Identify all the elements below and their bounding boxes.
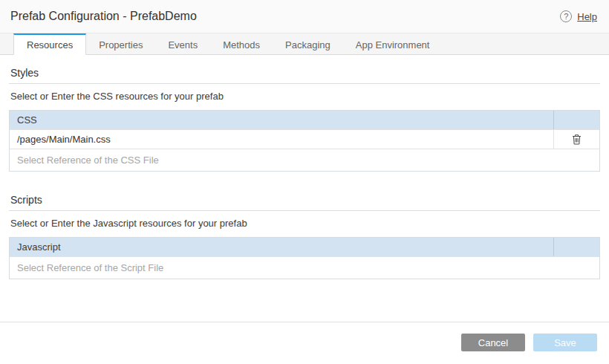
section-spacer: [9, 172, 600, 182]
tab-packaging[interactable]: Packaging: [273, 33, 343, 54]
page-title: Prefab Configuration - PrefabDemo: [10, 10, 197, 23]
scripts-section-heading: Scripts: [9, 182, 600, 211]
help-question-icon[interactable]: ?: [560, 10, 572, 22]
css-row-actions: [553, 130, 599, 149]
resources-panel: Styles Select or Enter the CSS resources…: [0, 55, 609, 279]
tab-app-environment[interactable]: App Environment: [343, 33, 443, 54]
tab-bar: Resources Properties Events Methods Pack…: [0, 33, 609, 55]
footer-divider: [0, 322, 609, 322]
help-link[interactable]: Help: [577, 11, 597, 22]
script-table-header-row: Javascript: [10, 238, 599, 256]
table-row: /pages/Main/Main.css: [10, 129, 599, 149]
footer-actions: Cancel Save: [461, 334, 597, 351]
styles-section-heading: Styles: [9, 55, 600, 84]
scripts-section-description: Select or Enter the Javascript resources…: [9, 211, 600, 237]
tab-resources[interactable]: Resources: [13, 33, 86, 55]
save-button[interactable]: Save: [533, 334, 597, 351]
cancel-button[interactable]: Cancel: [461, 334, 525, 351]
header-bar: Prefab Configuration - PrefabDemo ? Help: [0, 0, 609, 33]
css-reference-input[interactable]: [10, 149, 599, 171]
trash-icon: [572, 134, 582, 145]
css-action-column-header: [553, 111, 599, 129]
help-button[interactable]: ? Help: [560, 10, 597, 22]
css-input-row: [10, 149, 599, 171]
delete-css-resource-button[interactable]: [569, 132, 584, 146]
css-resource-value[interactable]: /pages/Main/Main.css: [10, 130, 553, 149]
css-column-header: CSS: [10, 111, 553, 129]
tab-methods[interactable]: Methods: [210, 33, 273, 54]
tab-properties[interactable]: Properties: [86, 33, 155, 54]
css-table-header-row: CSS: [10, 111, 599, 129]
tab-events[interactable]: Events: [155, 33, 210, 54]
script-input-row: [10, 256, 599, 279]
javascript-column-header: Javascript: [10, 238, 553, 256]
styles-section-description: Select or Enter the CSS resources for yo…: [9, 84, 600, 110]
script-resources-table: Javascript: [9, 237, 600, 279]
script-action-column-header: [553, 238, 599, 256]
script-reference-input[interactable]: [10, 257, 599, 279]
css-resources-table: CSS /pages/Main/Main.css: [9, 110, 600, 172]
